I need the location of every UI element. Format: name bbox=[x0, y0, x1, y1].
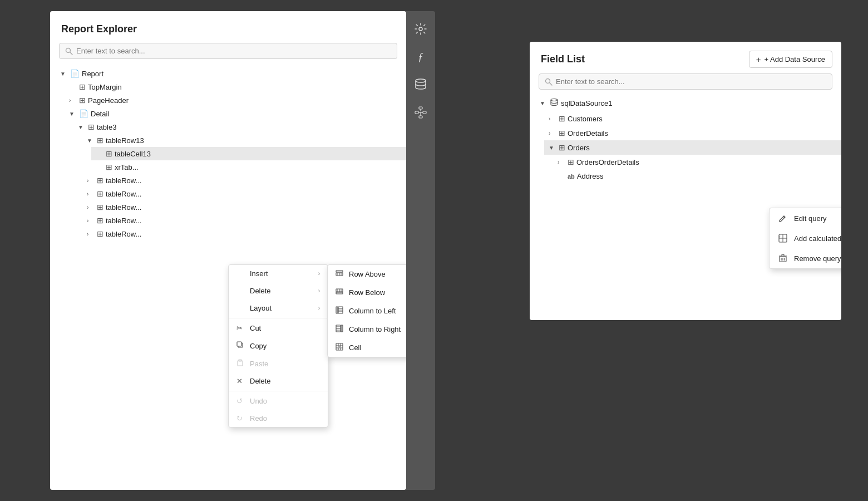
sidebar-function-button[interactable]: ƒ bbox=[410, 46, 432, 68]
chevron-orderdetails: › bbox=[549, 130, 556, 136]
sub-row-below[interactable]: Row Below bbox=[328, 283, 406, 302]
tree-item-orderdetails[interactable]: › ⊞ OrderDetails bbox=[544, 126, 841, 140]
svg-rect-37 bbox=[338, 346, 341, 348]
tree-item-tablecell13[interactable]: ⊞ tableCell13 bbox=[91, 147, 406, 160]
tree-item-topmargin[interactable]: ⊞ TopMargin bbox=[65, 80, 406, 94]
sub-col-right-icon bbox=[336, 325, 346, 334]
label-table3: table3 bbox=[97, 123, 116, 131]
svg-line-49 bbox=[550, 82, 553, 85]
svg-rect-16 bbox=[336, 271, 343, 272]
chevron-detail: ▼ bbox=[69, 111, 77, 117]
cm-delete-group-label: Delete bbox=[250, 287, 315, 295]
cm-remove-query-label: Remove query bbox=[794, 254, 841, 263]
cm-cut-icon: ✂ bbox=[236, 324, 246, 332]
label-address: Address bbox=[577, 172, 604, 180]
left-search-icon bbox=[65, 47, 73, 55]
field-list-title: Field List bbox=[541, 53, 585, 65]
cm-delete-item-icon: ✕ bbox=[236, 377, 246, 385]
label-pageheader: PageHeader bbox=[88, 96, 129, 105]
label-topmargin: TopMargin bbox=[88, 83, 122, 91]
label-sqldatasource1: sqlDataSource1 bbox=[561, 99, 613, 107]
sub-cell[interactable]: Cell bbox=[328, 338, 406, 357]
cm-copy[interactable]: Copy bbox=[229, 337, 328, 355]
tree-item-customers[interactable]: › ⊞ Customers bbox=[544, 111, 841, 126]
tree-item-tablerow13[interactable]: ▼ ⊞ tableRow13 bbox=[82, 134, 406, 147]
cm-delete-group[interactable]: Delete › bbox=[229, 282, 328, 299]
svg-point-39 bbox=[416, 79, 426, 82]
cm-edit-query-label: Edit query bbox=[794, 214, 827, 223]
tree-item-orders[interactable]: ▼ ⊞ Orders bbox=[544, 140, 841, 155]
cm-layout[interactable]: Layout › bbox=[229, 299, 328, 317]
sub-row-above-icon bbox=[336, 269, 346, 279]
label-tablerow2: tableRow... bbox=[106, 176, 141, 185]
chevron-tablerow3: › bbox=[87, 191, 95, 197]
cm-redo-label: Redo bbox=[250, 414, 320, 423]
tree-item-tablerow6[interactable]: › ⊞ tableRow... bbox=[82, 227, 406, 240]
icon-tablerow3: ⊞ bbox=[97, 189, 103, 198]
cm-insert-arrow: › bbox=[318, 271, 320, 277]
left-search-input[interactable] bbox=[76, 47, 391, 55]
cm-divider-2 bbox=[229, 391, 328, 391]
label-report: Report bbox=[82, 70, 103, 78]
label-xrtable: xrTab... bbox=[115, 163, 139, 171]
cm-edit-query[interactable]: Edit query bbox=[770, 208, 841, 228]
tree-item-tablerow5[interactable]: › ⊞ tableRow... bbox=[82, 214, 406, 227]
chevron-tablerow13: ▼ bbox=[87, 137, 95, 144]
sub-row-above[interactable]: Row Above bbox=[328, 265, 406, 283]
add-datasource-button[interactable]: + + Add Data Source bbox=[749, 51, 832, 68]
tree-item-detail[interactable]: ▼ 📄 Detail bbox=[65, 107, 406, 120]
field-list-panel: Field List + + Add Data Source ▼ sqlData… bbox=[530, 42, 841, 320]
context-menu-left: Insert › Delete › Layout › ✂ Cut Copy bbox=[228, 264, 328, 428]
right-search-box[interactable] bbox=[539, 73, 832, 90]
sub-col-left[interactable]: Column to Left bbox=[328, 302, 406, 320]
cm-remove-query[interactable]: Remove query bbox=[770, 248, 841, 268]
label-ordersorderdetails: OrdersOrderDetails bbox=[576, 158, 639, 166]
icon-address: ab bbox=[568, 173, 575, 180]
tree-item-table3[interactable]: ▼ ⊞ table3 bbox=[73, 120, 406, 134]
cm-cut[interactable]: ✂ Cut bbox=[229, 320, 328, 337]
cm-undo-label: Undo bbox=[250, 397, 320, 405]
svg-rect-9 bbox=[237, 342, 241, 346]
tree-item-ordersorderdetails[interactable]: › ⊞ OrdersOrderDetails bbox=[553, 155, 841, 169]
chevron-tablerow6: › bbox=[87, 231, 95, 237]
cm-add-calculated-field[interactable]: f Add calculated field bbox=[770, 228, 841, 248]
tree-item-sqldatasource1[interactable]: ▼ sqlDataSource1 bbox=[535, 95, 841, 111]
sidebar-settings-button[interactable] bbox=[410, 18, 432, 40]
function-icon: ƒ bbox=[418, 51, 423, 63]
icon-tablerow6: ⊞ bbox=[97, 229, 103, 238]
tree-item-address[interactable]: ab Address bbox=[553, 169, 841, 183]
icon-tablerow2: ⊞ bbox=[97, 176, 103, 185]
svg-rect-43 bbox=[419, 116, 422, 118]
tree-item-xrtable[interactable]: ⊞ xrTab... bbox=[91, 160, 406, 174]
tree-item-report[interactable]: ▼ 📄 Report bbox=[56, 67, 406, 80]
cm-insert-label: Insert bbox=[250, 269, 315, 278]
cm-paste: Paste bbox=[229, 355, 328, 372]
cm-divider-1 bbox=[229, 318, 328, 318]
label-detail: Detail bbox=[91, 110, 109, 118]
cm-insert[interactable]: Insert › bbox=[229, 265, 328, 282]
left-search-box[interactable] bbox=[59, 43, 397, 59]
tree-item-tablerow4[interactable]: › ⊞ tableRow... bbox=[82, 200, 406, 214]
chevron-customers: › bbox=[549, 116, 556, 122]
icon-tablerow5: ⊞ bbox=[97, 216, 103, 225]
cm-delete-item[interactable]: ✕ Delete bbox=[229, 372, 328, 390]
label-tablerow3: tableRow... bbox=[106, 190, 141, 198]
tree-item-tablerow2[interactable]: › ⊞ tableRow... bbox=[82, 174, 406, 187]
sub-col-left-label: Column to Left bbox=[349, 307, 406, 315]
icon-tablerow4: ⊞ bbox=[97, 203, 103, 212]
cm-copy-label: Copy bbox=[250, 342, 320, 350]
cm-delete-item-label: Delete bbox=[250, 377, 320, 385]
right-search-input[interactable] bbox=[556, 77, 826, 86]
icon-tablerow13: ⊞ bbox=[97, 136, 103, 145]
sidebar-database-button[interactable] bbox=[410, 73, 432, 96]
svg-rect-31 bbox=[341, 325, 343, 332]
cm-redo: ↻ Redo bbox=[229, 410, 328, 427]
database-icon bbox=[415, 78, 426, 91]
icon-report: 📄 bbox=[70, 69, 80, 78]
tree-item-tablerow3[interactable]: › ⊞ tableRow... bbox=[82, 187, 406, 200]
sidebar-network-button[interactable] bbox=[410, 101, 432, 124]
tree-item-pageheader[interactable]: › ⊞ PageHeader bbox=[65, 94, 406, 107]
label-tablerow13: tableRow13 bbox=[106, 136, 144, 145]
sub-row-below-icon bbox=[336, 288, 346, 297]
sub-col-right[interactable]: Column to Right bbox=[328, 320, 406, 338]
